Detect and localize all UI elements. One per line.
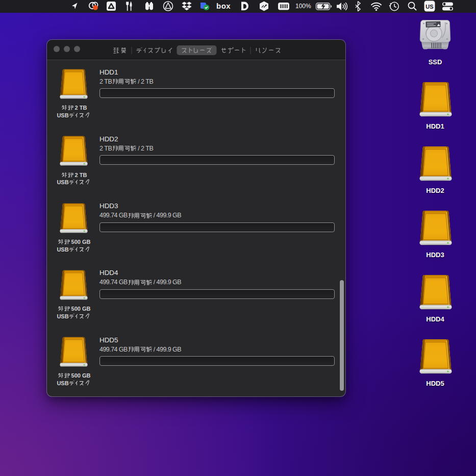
svg-text:US: US <box>425 4 433 10</box>
